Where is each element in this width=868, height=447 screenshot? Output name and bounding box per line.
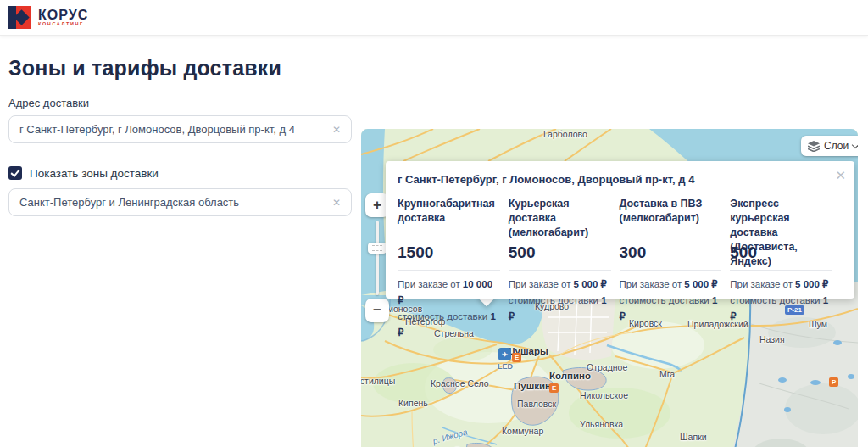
tariff-column: Крупногабаритная доставка 1500 При заказ…	[398, 197, 500, 341]
korus-logo[interactable]: КОРУС КОНСАЛТИНГ	[8, 6, 88, 29]
page-title: Зоны и тарифы доставки	[0, 36, 868, 81]
map[interactable]: Гарболово Кудрово Ломоносов Петергоф Стр…	[361, 129, 858, 447]
layers-label: Слои	[824, 140, 849, 152]
region-value: Санкт-Петербург и Ленинградская область	[19, 196, 239, 209]
show-zones-checkbox[interactable]	[8, 166, 22, 180]
app-header: КОРУС КОНСАЛТИНГ	[0, 0, 868, 36]
close-icon[interactable]: ✕	[835, 168, 846, 183]
tariff-name: Крупногабаритная доставка	[398, 197, 500, 243]
tariff-terms: При заказе от 5 000 ₽ стоимость доставки…	[509, 271, 611, 325]
clear-icon[interactable]: ✕	[326, 124, 341, 136]
logo-subtitle: КОНСАЛТИНГ	[38, 21, 88, 26]
map-label: Мга	[659, 369, 675, 379]
tariff-name: Доставка в ПВЗ (мелкогабарит)	[620, 197, 722, 243]
region-input[interactable]: Санкт-Петербург и Ленинградская область …	[8, 188, 352, 216]
zoom-slider-handle[interactable]	[368, 243, 387, 254]
road-badge: Р	[829, 377, 838, 387]
zoom-out-button[interactable]: −	[365, 299, 389, 322]
tariff-price: 500	[509, 243, 611, 271]
map-label: Шапки	[680, 432, 707, 442]
popup-address: г Санкт-Петербург, г Ломоносов, Дворцовы…	[398, 173, 832, 186]
logo-title: КОРУС	[38, 8, 88, 21]
map-label: Гостилицы	[361, 376, 395, 386]
layers-icon	[808, 141, 820, 152]
map-label: Колпино	[549, 371, 591, 381]
road-badge: Е	[512, 353, 521, 362]
address-value: г Санкт-Петербург, г Ломоносов, Дворцовы…	[19, 123, 295, 136]
tariff-column: Курьерская доставка (мелкогабарит) 500 П…	[509, 197, 611, 341]
tariff-column: Экспресс курьерская доставка (Достависта…	[730, 197, 832, 341]
tariff-terms: При заказе от 5 000 ₽ стоимость доставки…	[620, 271, 722, 325]
road-badge: Е	[549, 383, 559, 393]
layers-button[interactable]: Слои	[801, 136, 858, 156]
map-label: Коммунар	[502, 426, 543, 436]
tariff-terms: При заказе от 5 000 ₽ стоимость доставки…	[730, 271, 832, 325]
tariff-name: Экспресс курьерская доставка (Достависта…	[730, 197, 832, 243]
tariff-terms: При заказе от 10 000 ₽ стоимость доставк…	[398, 271, 500, 341]
map-label: Никольское	[580, 390, 628, 400]
clear-icon[interactable]: ✕	[326, 197, 341, 209]
tariff-name: Курьерская доставка (мелкогабарит)	[509, 197, 611, 243]
map-label: Пушкин	[514, 381, 551, 391]
zoom-slider-track[interactable]	[376, 221, 379, 295]
tariff-column: Доставка в ПВЗ (мелкогабарит) 300 При за…	[620, 197, 722, 341]
airport-icon: ✈	[498, 348, 511, 360]
address-label: Адрес доставки	[8, 97, 352, 109]
show-zones-label: Показать зоны доставки	[30, 167, 159, 180]
address-input[interactable]: г Санкт-Петербург, г Ломоносов, Дворцовы…	[8, 115, 352, 143]
map-label: Павловск	[517, 399, 556, 409]
delivery-form: Адрес доставки г Санкт-Петербург, г Ломо…	[8, 97, 352, 216]
airport-code: LED	[498, 362, 513, 371]
map-label: Кипень	[398, 398, 428, 408]
map-label: Красное Село	[431, 378, 489, 388]
chevron-down-icon	[852, 141, 858, 148]
tariffs-popup: ✕ г Санкт-Петербург, г Ломоносов, Дворцо…	[386, 161, 854, 299]
map-label: Отрадное	[587, 362, 627, 372]
korus-logo-icon	[8, 6, 31, 29]
map-label: Гарболово	[543, 129, 587, 139]
tariff-price: 300	[620, 243, 722, 271]
tariff-price: 1500	[398, 243, 500, 271]
map-label: Ульяновка	[580, 419, 623, 429]
